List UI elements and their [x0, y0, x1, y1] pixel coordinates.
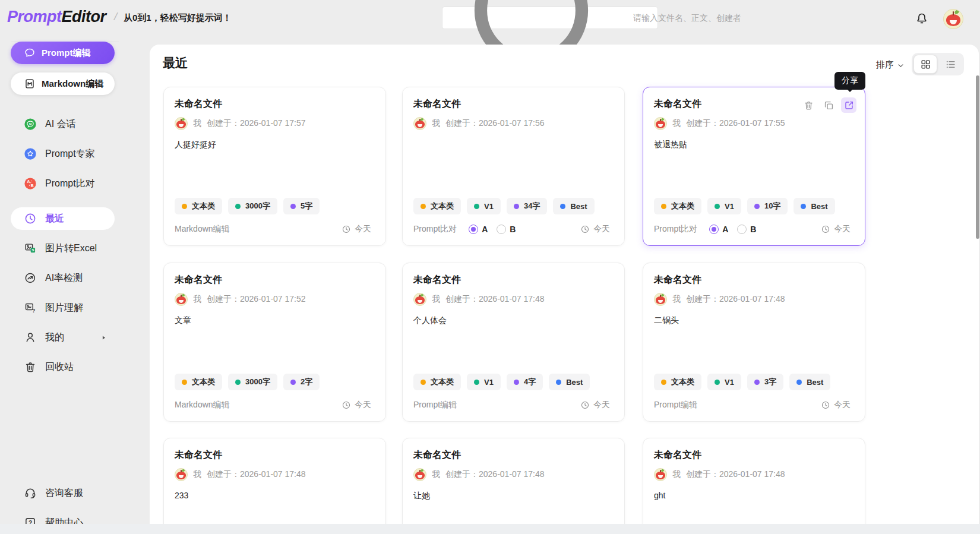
- sidebar-item-image-question[interactable]: ?图片理解: [0, 293, 150, 323]
- tag-badge: V1: [467, 374, 501, 390]
- radio-circle: [469, 225, 478, 234]
- list-view-icon: [945, 59, 956, 70]
- card-time: 今天: [821, 400, 851, 410]
- apple-avatar: [654, 117, 667, 130]
- apple-avatar: [654, 468, 667, 481]
- file-card[interactable]: 未命名文件我创建于：2026-01-07 17:48ght: [643, 438, 865, 524]
- tag-label: 3000字: [245, 377, 270, 387]
- card-content: 233: [175, 489, 371, 524]
- sidebar-item-ab-compare[interactable]: ABPrompt比对: [0, 169, 150, 198]
- content-panel: 最近 排序 未命名文件我创建于：2026-01-07 17:57人挺好挺好文本类…: [150, 45, 979, 524]
- sidebar-item-headset[interactable]: 咨询客服: [0, 478, 150, 508]
- sidebar-item-trash[interactable]: 回收站: [0, 352, 150, 382]
- tag-label: V1: [725, 378, 734, 387]
- global-search[interactable]: [442, 7, 658, 29]
- file-card[interactable]: 未命名文件我创建于：2026-01-07 17:56文本类V134字BestPr…: [402, 87, 625, 246]
- file-card[interactable]: 未命名文件我创建于：2026-01-07 17:57人挺好挺好文本类3000字5…: [163, 87, 386, 246]
- file-card[interactable]: 未命名文件我创建于：2026-01-07 17:52文章文本类3000字2字Ma…: [163, 263, 386, 422]
- tag-badge: 34字: [507, 198, 547, 214]
- radio-option-B[interactable]: B: [737, 225, 756, 234]
- share-tooltip: 分享: [834, 72, 865, 90]
- tag-badge: 3000字: [228, 198, 277, 214]
- vertical-scrollbar[interactable]: [976, 75, 979, 239]
- tag-label: Best: [807, 378, 823, 387]
- sidebar-item-clock[interactable]: 最近: [11, 207, 115, 230]
- tag-badge: Best: [789, 374, 830, 390]
- card-tag-row: 文本类V13字Best: [654, 374, 851, 390]
- sidebar-item-ai-chat[interactable]: NAI 会话: [0, 109, 150, 139]
- tag-label: 文本类: [431, 377, 454, 387]
- chevron-down-icon: [897, 62, 905, 69]
- list-view-button[interactable]: [938, 55, 962, 74]
- tag-label: 34字: [524, 201, 540, 211]
- share-button[interactable]: [841, 97, 856, 113]
- file-card[interactable]: 未命名文件我创建于：2026-01-07 17:48个人体会文本类V14字Bes…: [402, 263, 625, 422]
- sort-dropdown[interactable]: 排序: [876, 59, 905, 71]
- copy-button[interactable]: [821, 97, 836, 113]
- card-tag-row: 文本类3000字5字: [175, 198, 371, 214]
- radio-option-B[interactable]: B: [497, 225, 516, 234]
- sidebar-item-ai-detect[interactable]: AI率检测: [0, 263, 150, 293]
- card-owner: 我: [193, 469, 201, 480]
- tag-color-dot: [560, 204, 565, 209]
- file-card[interactable]: 未命名文件我创建于：2026-01-07 17:55被退热贴文本类V110字Be…: [643, 87, 865, 246]
- markdown-doc-icon: [24, 78, 36, 90]
- headset-icon: [24, 486, 37, 500]
- grid-view-button[interactable]: [913, 55, 937, 74]
- card-owner: 我: [672, 118, 681, 129]
- radio-option-A[interactable]: A: [469, 225, 488, 234]
- card-footer: Prompt编辑今天: [413, 399, 610, 412]
- user-avatar[interactable]: [943, 9, 963, 31]
- radio-option-A[interactable]: A: [709, 225, 728, 234]
- card-created-at: 创建于：2026-01-07 17:57: [207, 118, 306, 129]
- radio-circle: [709, 225, 719, 234]
- card-time: 今天: [580, 224, 610, 235]
- apple-avatar: [413, 117, 426, 130]
- card-tag-row: 文本类V134字Best: [413, 198, 610, 214]
- tag-badge: V1: [707, 198, 741, 214]
- markdown-edit-button[interactable]: Markdown编辑: [11, 72, 115, 95]
- card-content: [413, 138, 610, 198]
- apple-avatar: [175, 117, 188, 130]
- tag-color-dot: [235, 204, 241, 209]
- sidebar-item-label: Prompt比对: [45, 178, 95, 190]
- card-title: 未命名文件: [175, 274, 371, 286]
- tag-badge: Best: [553, 198, 594, 214]
- apple-avatar: [413, 468, 426, 481]
- file-card[interactable]: 未命名文件我创建于：2026-01-07 17:48233: [163, 438, 386, 524]
- card-content: ght: [654, 489, 851, 524]
- card-tag-row: 文本类3000字2字: [175, 374, 371, 390]
- sidebar-item-image-excel[interactable]: S图片转Excel: [0, 233, 150, 263]
- logo-part-prompt: Prompt: [7, 8, 62, 26]
- radio-label: B: [510, 225, 516, 234]
- version-radio-group: AB: [709, 225, 756, 234]
- sidebar-item-user[interactable]: 我的: [0, 323, 150, 352]
- prompt-edit-button[interactable]: Prompt编辑: [11, 42, 115, 64]
- horizontal-scrollbar-track[interactable]: [0, 524, 980, 534]
- sidebar-item-label: AI 会话: [45, 118, 76, 131]
- tag-badge: 文本类: [413, 374, 461, 390]
- tag-color-dot: [556, 380, 561, 385]
- tagline: 从0到1，轻松写好提示词！: [124, 12, 232, 24]
- card-app-label: Markdown编辑: [175, 400, 230, 410]
- file-card[interactable]: 未命名文件我创建于：2026-01-07 17:48二锅头文本类V13字Best…: [643, 263, 865, 422]
- card-app-label: Prompt编辑: [413, 400, 457, 410]
- app-logo[interactable]: PromptEditor: [7, 8, 106, 26]
- trash-button[interactable]: [801, 97, 816, 113]
- sidebar-item-star-badge[interactable]: Prompt专家: [0, 139, 150, 169]
- file-card[interactable]: 未命名文件我创建于：2026-01-07 17:48让她: [402, 438, 625, 524]
- bell-icon[interactable]: [915, 11, 929, 26]
- sidebar-item-label: 我的: [45, 331, 64, 344]
- card-owner: 我: [432, 118, 440, 129]
- apple-avatar: [654, 293, 667, 306]
- tag-color-dot: [661, 380, 666, 385]
- card-time-label: 今天: [355, 224, 371, 235]
- apple-avatar: [943, 9, 963, 29]
- card-content: 二锅头: [654, 314, 851, 374]
- tag-color-dot: [235, 380, 241, 385]
- search-input[interactable]: [633, 13, 741, 23]
- radio-circle: [497, 225, 506, 234]
- card-footer: Prompt比对AB今天: [654, 223, 851, 236]
- tag-label: 10字: [764, 201, 780, 211]
- card-app-label: Prompt比对: [413, 224, 457, 235]
